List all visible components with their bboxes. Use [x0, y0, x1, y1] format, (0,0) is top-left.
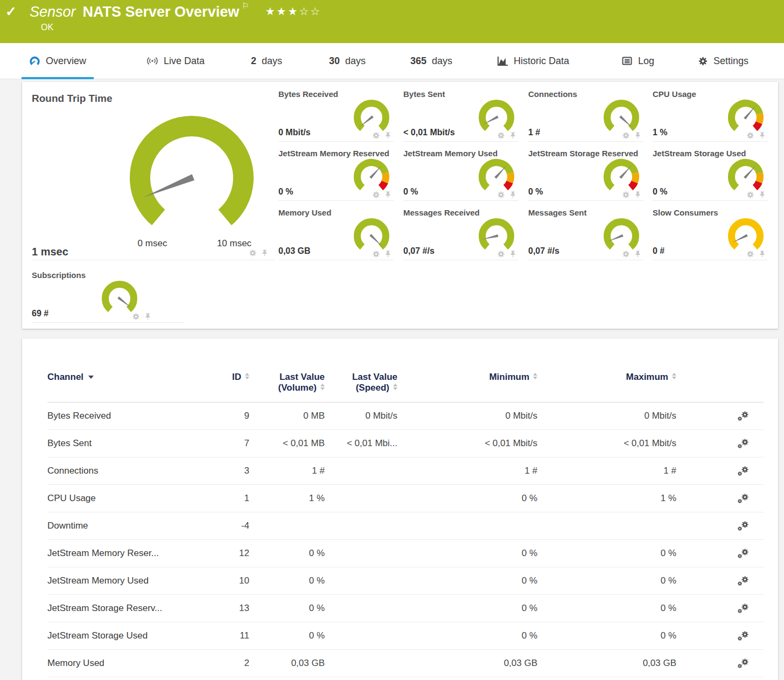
sort-icon — [533, 373, 537, 379]
column-header-actions — [676, 365, 764, 403]
gear-icon[interactable] — [249, 249, 257, 257]
gauge-title: CPU Usage — [653, 89, 696, 99]
last-value-speed — [325, 567, 397, 595]
pin-icon[interactable] — [509, 250, 517, 258]
priority-stars[interactable]: ★★★☆☆ — [265, 3, 322, 19]
sort-icon — [393, 384, 397, 390]
minimum-value: 0 % — [397, 485, 537, 512]
column-header-maximum[interactable]: Maximum — [537, 365, 676, 403]
sort-desc-icon — [88, 376, 94, 379]
column-header-id[interactable]: ID — [209, 365, 249, 403]
tab-2-days[interactable]: 2 days — [243, 43, 290, 79]
gauge-card-subscriptions: Subscriptions 69 # — [32, 270, 184, 323]
channel-settings-gears-icon[interactable] — [737, 575, 750, 587]
gear-icon[interactable] — [132, 313, 140, 321]
gauge-value: 0 % — [403, 187, 418, 197]
gauge-value: 0 % — [528, 187, 543, 197]
pin-icon[interactable] — [634, 191, 642, 199]
pin-icon[interactable] — [261, 249, 269, 257]
last-value-volume: 0 % — [249, 622, 325, 650]
tab-log[interactable]: Log — [614, 43, 662, 79]
status-check-icon: ✓ — [5, 3, 17, 19]
pin-icon[interactable] — [384, 250, 392, 258]
table-row[interactable]: Connections 3 1 # 1 # 1 # — [47, 457, 764, 485]
channel-settings-gears-icon[interactable] — [737, 521, 750, 532]
tab-365-days[interactable]: 365 days — [403, 43, 460, 79]
column-header-minimum[interactable]: Minimum — [397, 365, 537, 403]
minimum-value: 0 % — [397, 567, 537, 595]
table-row[interactable]: JetStream Storage Reserv... 13 0 % 0 % 0… — [47, 595, 764, 622]
gauge-value: 0 # — [653, 246, 664, 256]
gauge-value: 0,07 #/s — [528, 246, 559, 256]
channel-settings-gears-icon[interactable] — [737, 603, 750, 614]
last-value-speed — [325, 512, 397, 540]
tab-overview[interactable]: Overview — [22, 43, 94, 79]
table-row[interactable]: JetStream Memory Reser... 12 0 % 0 % 0 % — [47, 540, 764, 567]
gear-icon[interactable] — [746, 250, 754, 258]
gear-icon[interactable] — [497, 250, 505, 258]
log-icon — [621, 55, 633, 66]
gear-icon — [698, 56, 708, 66]
round-trip-time-gauge — [119, 113, 264, 242]
gear-icon[interactable] — [372, 131, 380, 140]
pin-icon[interactable] — [509, 131, 517, 140]
gauge-value: < 0,01 Mbit/s — [403, 128, 455, 137]
column-header-last-value-volume[interactable]: Last Value (Volume) — [249, 365, 325, 403]
column-header-last-value-speed[interactable]: Last Value (Speed) — [325, 365, 397, 403]
tab-live-data[interactable]: Live Data — [139, 43, 212, 79]
maximum-value: 0 % — [537, 567, 676, 595]
pin-icon[interactable] — [509, 191, 517, 199]
pin-icon[interactable] — [634, 131, 642, 140]
pin-icon[interactable] — [634, 250, 642, 258]
flag-icon[interactable]: ⚐ — [242, 1, 249, 11]
pin-icon[interactable] — [758, 250, 766, 258]
gauge-card-jetstream-storage-used: JetStream Storage Used 0 % — [653, 148, 768, 201]
gear-icon[interactable] — [746, 131, 754, 140]
channel-settings-gears-icon[interactable] — [737, 411, 750, 422]
column-header-channel[interactable]: Channel — [47, 365, 209, 403]
gauge-card-messages-received: Messages Received 0,07 #/s — [403, 207, 519, 260]
table-row[interactable]: JetStream Memory Used 10 0 % 0 % 0 % — [47, 567, 764, 595]
pin-icon[interactable] — [144, 313, 152, 321]
pin-icon[interactable] — [758, 191, 766, 199]
gear-icon[interactable] — [622, 250, 630, 258]
pin-icon[interactable] — [758, 131, 766, 140]
channel-settings-gears-icon[interactable] — [737, 548, 750, 559]
table-row[interactable]: Bytes Received 9 0 MB 0 Mbit/s 0 Mbit/s … — [47, 403, 764, 430]
channel-settings-gears-icon[interactable] — [737, 493, 750, 504]
last-value-speed — [325, 622, 397, 650]
tab-historic-data[interactable]: Historic Data — [489, 43, 577, 79]
gear-icon[interactable] — [497, 131, 505, 140]
gear-icon[interactable] — [746, 191, 754, 199]
tab-30-days[interactable]: 30 days — [321, 43, 373, 79]
pin-icon[interactable] — [384, 191, 392, 199]
page-content: Round Trip Time 0 msec 10 msec 1 msec By… — [0, 79, 784, 680]
channel-settings-gears-icon[interactable] — [737, 630, 750, 642]
gauge-card-round-trip-time: Round Trip Time 0 msec 10 msec 1 msec — [32, 89, 275, 260]
minimum-value: 0 % — [397, 622, 537, 650]
gear-icon[interactable] — [372, 191, 380, 199]
table-row[interactable]: JetStream Storage Used 11 0 % 0 % 0 % — [47, 622, 764, 650]
last-value-volume: 0 MB — [249, 403, 325, 430]
table-row[interactable]: Memory Used 2 0,03 GB 0,03 GB 0,03 GB — [47, 650, 764, 677]
table-row[interactable]: Bytes Sent 7 < 0,01 MB < 0,01 Mbi... < 0… — [47, 430, 764, 457]
status-badge: OK — [41, 23, 53, 32]
gear-icon[interactable] — [622, 131, 630, 140]
gear-icon[interactable] — [497, 191, 505, 199]
gear-icon[interactable] — [372, 250, 380, 258]
gear-icon[interactable] — [622, 191, 630, 199]
table-row[interactable]: Downtime -4 — [47, 512, 764, 540]
table-row[interactable]: CPU Usage 1 1 % 0 % 1 % — [47, 485, 764, 512]
channel-settings-gears-icon[interactable] — [737, 658, 750, 669]
channel-settings-gears-icon[interactable] — [737, 438, 750, 449]
last-value-speed — [325, 595, 397, 622]
stars-empty: ☆☆ — [299, 5, 321, 17]
pin-icon[interactable] — [384, 131, 392, 140]
minimum-value: 0 % — [397, 595, 537, 622]
sort-icon — [320, 384, 325, 390]
maximum-value — [537, 512, 676, 540]
tab-settings[interactable]: Settings — [690, 43, 756, 79]
last-value-speed: < 0,01 Mbi... — [325, 430, 397, 457]
gauges-panel: Round Trip Time 0 msec 10 msec 1 msec By… — [22, 82, 778, 329]
channel-settings-gears-icon[interactable] — [737, 466, 750, 477]
